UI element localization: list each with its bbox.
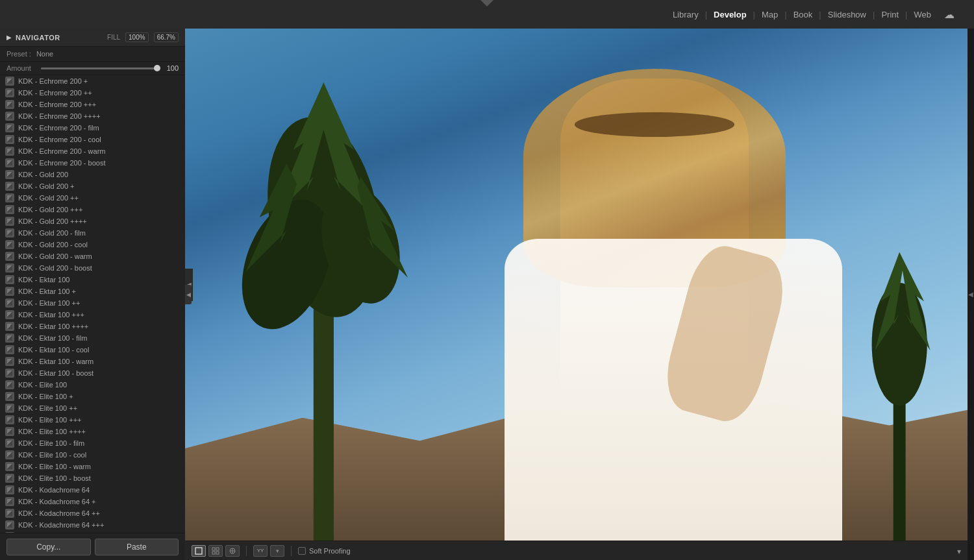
preset-item-icon [5, 520, 14, 530]
nav-print[interactable]: Print [875, 10, 905, 19]
preset-item[interactable]: KDK - Echrome 200 - cool [0, 134, 185, 145]
toolbar-icon-dropdown[interactable]: ▾ [270, 545, 284, 557]
preset-item[interactable]: KDK - Ektar 100 - warm [0, 356, 185, 367]
preset-item-icon [5, 427, 14, 436]
top-bar: Library | Develop | Map | Book | Slidesh… [0, 0, 974, 29]
preset-item-icon [5, 474, 14, 483]
preset-item-icon [5, 182, 14, 191]
preset-item-icon [5, 509, 14, 518]
preset-item[interactable]: KDK - Ektar 100 +++ [0, 309, 185, 321]
cloud-icon[interactable]: ☁ [944, 8, 955, 21]
amount-value: 100 [162, 64, 179, 72]
preset-item-icon [5, 147, 14, 156]
soft-proofing-label: Soft Proofing [309, 547, 351, 555]
preset-item-icon [5, 287, 14, 296]
preset-item-icon [5, 392, 14, 401]
preset-item-icon [5, 217, 14, 226]
preset-item-name: KDK - Gold 200 - warm [18, 252, 92, 260]
toolbar-icon-crop[interactable] [192, 545, 206, 557]
preset-item[interactable]: KDK - Elite 100 - cool [0, 449, 185, 461]
preset-item[interactable]: KDK - Elite 100 + [0, 391, 185, 402]
toolbar-icon-grid[interactable] [208, 545, 223, 557]
navigator-title: Navigator [16, 34, 60, 42]
preset-item[interactable]: KDK - Gold 200 - warm [0, 250, 185, 262]
preset-item[interactable]: KDK - Elite 100 - boost [0, 472, 185, 484]
preset-item[interactable]: KDK - Elite 100 ++ [0, 402, 185, 414]
preset-item[interactable]: KDK - Gold 200 [0, 169, 185, 180]
nav-web[interactable]: Web [908, 10, 938, 19]
preset-item-icon [5, 158, 14, 167]
soft-proofing-checkbox[interactable] [298, 547, 306, 555]
preset-item-name: KDK - Echrome 200 - cool [18, 136, 101, 143]
center-area: ◀ [185, 29, 968, 560]
preset-item[interactable]: KDK - Ektar 100 [0, 274, 185, 286]
preset-item-icon [5, 310, 14, 319]
toolbar-icon-overlay[interactable] [225, 545, 240, 557]
preset-item[interactable]: KDK - Gold 200 ++ [0, 192, 185, 204]
preset-item-name: KDK - Echrome 200 ++ [18, 89, 92, 97]
preset-value: None [36, 50, 53, 58]
toolbar-icon-flag[interactable]: YY [253, 545, 268, 557]
zoom1-value[interactable]: 100% [125, 32, 149, 42]
preset-item[interactable]: KDK - Kodachrome 64 + [0, 496, 185, 507]
preset-item-name: KDK - Gold 200 - boost [18, 264, 92, 272]
amount-slider[interactable] [41, 67, 157, 69]
preset-item-icon [5, 322, 14, 331]
zoom2-value[interactable]: 66.7% [154, 32, 179, 42]
preset-item[interactable]: KDK - Echrome 200 - warm [0, 145, 185, 157]
left-collapse-button[interactable]: ◀ [185, 285, 192, 304]
preset-item-name: KDK - Echrome 200 - boost [18, 159, 106, 167]
preset-item[interactable]: KDK - Ektar 100 ++++ [0, 321, 185, 332]
preset-item[interactable]: KDK - Echrome 200 + [0, 75, 185, 87]
preset-item-icon [5, 240, 14, 249]
preset-item-name: KDK - Kodachrome 64 [18, 486, 90, 494]
paste-button[interactable]: Paste [95, 539, 179, 555]
preset-item[interactable]: KDK - Gold 200 +++ [0, 204, 185, 215]
right-panel[interactable]: ◀ [968, 29, 974, 560]
preset-item-icon [5, 450, 14, 459]
preset-item-name: KDK - Gold 200 ++++ [18, 217, 87, 225]
preset-item-icon [5, 228, 14, 237]
preset-item[interactable]: KDK - Gold 200 - film [0, 227, 185, 239]
nav-slideshow[interactable]: Slideshow [821, 10, 873, 19]
preset-item[interactable]: KDK - Gold 200 - boost [0, 262, 185, 274]
preset-item[interactable]: KDK - Ektar 100 - boost [0, 367, 185, 379]
preset-item[interactable]: KDK - Gold 200 ++++ [0, 215, 185, 227]
slider-thumb [154, 65, 160, 71]
preset-item[interactable]: KDK - Gold 200 - cool [0, 239, 185, 250]
svg-rect-14 [216, 552, 219, 554]
preset-item[interactable]: KDK - Ektar 100 ++ [0, 297, 185, 309]
toolbar-chevron-icon[interactable]: ▾ [957, 547, 961, 556]
preset-item[interactable]: KDK - Ektar 100 - film [0, 332, 185, 344]
preset-item-name: KDK - Elite 100 [18, 381, 67, 389]
nav-map[interactable]: Map [755, 10, 784, 19]
preset-item[interactable]: KDK - Kodachrome 64 +++ [0, 519, 185, 531]
preset-item[interactable]: KDK - Elite 100 [0, 379, 185, 391]
preset-item[interactable]: KDK - Echrome 200 - boost [0, 157, 185, 169]
preset-item[interactable]: KDK - Ektar 100 - cool [0, 344, 185, 356]
preset-item-name: KDK - Elite 100 ++++ [18, 428, 86, 435]
preset-item[interactable]: KDK - Elite 100 - warm [0, 461, 185, 472]
preset-item-name: KDK - Elite 100 ++ [18, 404, 77, 412]
preset-item[interactable]: KDK - Gold 200 + [0, 180, 185, 192]
preset-item[interactable]: KDK - Kodachrome 64 ++ [0, 507, 185, 519]
preset-item[interactable]: KDK - Elite 100 +++ [0, 414, 185, 426]
preset-item[interactable]: KDK - Echrome 200 ++ [0, 87, 185, 99]
preset-item-name: KDK - Elite 100 + [18, 393, 73, 400]
preset-item-icon [5, 77, 14, 86]
svg-rect-10 [195, 548, 202, 554]
preset-item[interactable]: KDK - Kodachrome 64 [0, 484, 185, 496]
nav-book[interactable]: Book [787, 10, 819, 19]
nav-library[interactable]: Library [666, 10, 705, 19]
preset-item-icon [5, 415, 14, 424]
preset-item[interactable]: KDK - Echrome 200 ++++ [0, 110, 185, 122]
nav-develop[interactable]: Develop [707, 10, 753, 19]
preset-item-name: KDK - Ektar 100 +++ [18, 311, 84, 319]
preset-item[interactable]: KDK - Echrome 200 +++ [0, 99, 185, 110]
preset-item[interactable]: KDK - Ektar 100 + [0, 286, 185, 297]
preset-item[interactable]: KDK - Elite 100 ++++ [0, 426, 185, 437]
preset-item[interactable]: KDK - Echrome 200 - film [0, 122, 185, 134]
preset-item-name: KDK - Echrome 200 - film [18, 124, 99, 132]
copy-button[interactable]: Copy... [6, 539, 91, 555]
preset-item[interactable]: KDK - Elite 100 - film [0, 437, 185, 449]
